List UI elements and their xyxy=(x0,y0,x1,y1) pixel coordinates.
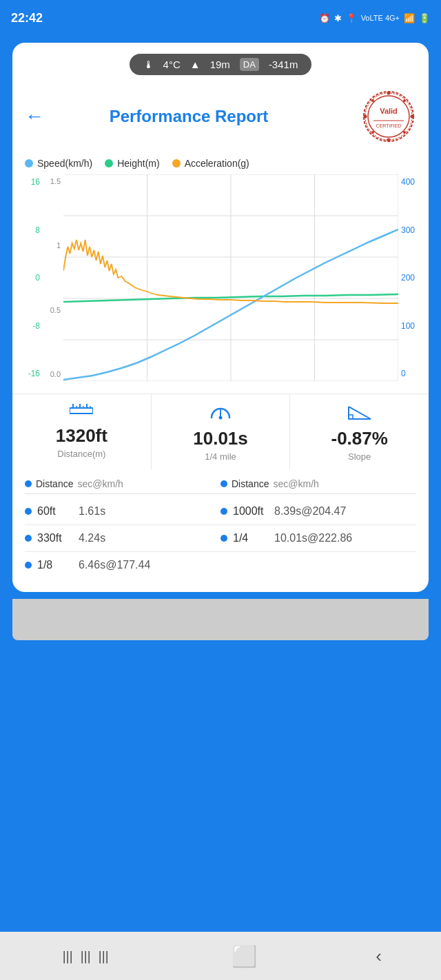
svg-rect-24 xyxy=(70,408,93,414)
weather-bar: 🌡 4°C ▲ 19m DA -341m xyxy=(12,43,429,82)
svg-line-35 xyxy=(349,407,371,419)
chart-legend: Speed(km/h) Height(m) Acceleration(g) xyxy=(12,155,429,174)
svg-point-13 xyxy=(371,131,374,134)
row1-dist1: 60ft xyxy=(37,505,73,518)
stat-quarter-mile: 10.01s 1/4 mile xyxy=(152,394,291,470)
svg-point-1 xyxy=(368,96,409,137)
nav-spacer xyxy=(0,640,441,695)
svg-point-7 xyxy=(387,139,391,142)
bottom-tab xyxy=(12,599,429,640)
svg-point-9 xyxy=(411,115,414,119)
temperature-value: 4°C xyxy=(163,59,181,70)
mountain-icon: ▲ xyxy=(190,59,201,70)
y-left-neg8: -8 xyxy=(32,321,40,331)
accel-label: Acceleration(g) xyxy=(185,158,249,169)
da-value: -341m xyxy=(269,59,298,70)
slope-value: -0.87% xyxy=(331,429,387,449)
chart-svg xyxy=(63,174,398,381)
quarter-mile-value: 10.01s xyxy=(193,429,248,449)
back-button[interactable]: ← xyxy=(25,105,44,127)
ruler-icon xyxy=(70,404,93,422)
chart-svg-area xyxy=(63,174,398,381)
bluetooth-icon: ✱ xyxy=(334,13,342,23)
height-dot xyxy=(105,159,113,167)
col1-label: Distance xyxy=(36,478,73,489)
nav-bar: ⫼⫼⫼ ⬜ ‹ xyxy=(0,932,441,980)
y-left2-05: 0.5 xyxy=(50,306,61,314)
col2-sublabel: sec@km/h xyxy=(273,478,318,489)
y-left-8: 8 xyxy=(35,225,40,235)
elevation-value: 19m xyxy=(210,59,230,70)
weather-pill: 🌡 4°C ▲ 19m DA -341m xyxy=(130,54,312,75)
row2-col1: 330ft 4.24s xyxy=(25,532,220,544)
col2-dot xyxy=(220,480,227,487)
svg-point-12 xyxy=(403,99,406,102)
col1-sublabel: sec@km/h xyxy=(77,478,123,489)
thermometer-icon: 🌡 xyxy=(143,59,154,70)
speed-label: Speed(km/h) xyxy=(37,158,92,169)
nav-home-button[interactable]: ⬜ xyxy=(232,944,257,968)
row1-val2: 8.39s@204.47 xyxy=(274,505,346,518)
table-row: 1/8 6.46s@177.44 xyxy=(25,552,416,578)
y-left2-00: 0.0 xyxy=(50,370,61,378)
quarter-mile-label: 1/4 mile xyxy=(205,451,236,462)
main-card: 🌡 4°C ▲ 19m DA -341m ← Performance Repor… xyxy=(12,43,429,592)
accel-dot xyxy=(172,159,181,167)
row1-col2: 1000ft 8.39s@204.47 xyxy=(220,505,416,518)
svg-point-10 xyxy=(371,99,374,102)
row3-dist1: 1/8 xyxy=(37,559,73,571)
y-left2-1: 1 xyxy=(57,241,61,249)
col2-label: Distance xyxy=(232,478,269,489)
chart-y-right: 400 300 200 100 0 xyxy=(398,174,423,381)
location-icon: 📍 xyxy=(346,13,357,23)
legend-height: Height(m) xyxy=(105,158,159,169)
legend-speed: Speed(km/h) xyxy=(25,158,92,169)
row1-col1: 60ft 1.61s xyxy=(25,505,220,518)
page-title: Performance Report xyxy=(51,107,327,126)
svg-point-0 xyxy=(364,92,413,141)
y-left-neg16: -16 xyxy=(28,369,40,378)
y-right-300: 300 xyxy=(401,225,415,235)
row1-val1: 1.61s xyxy=(79,505,105,518)
row2-col2: 1/4 10.01s@222.86 xyxy=(220,532,416,544)
nav-back-button[interactable]: ‹ xyxy=(376,946,382,967)
row2-dot2 xyxy=(220,535,227,542)
table-divider-header xyxy=(25,493,416,494)
chart-wrapper: 16 8 0 -8 -16 1.5 1 0.5 0.0 400 300 200 … xyxy=(12,174,429,381)
col1-header: Distance sec@km/h xyxy=(25,478,220,489)
distance-label: Distance(m) xyxy=(57,449,105,459)
stat-distance: 1320ft Distance(m) xyxy=(12,394,152,470)
speedometer-icon xyxy=(209,404,232,425)
row3-dot1 xyxy=(25,562,32,569)
status-time: 22:42 xyxy=(11,11,43,25)
slope-icon xyxy=(347,404,372,425)
nav-menu-button[interactable]: ⫼⫼⫼ xyxy=(59,946,113,967)
col2-header: Distance sec@km/h xyxy=(220,478,416,489)
row1-dot2 xyxy=(220,508,227,515)
row3-val1: 6.46s@177.44 xyxy=(79,559,150,571)
alarm-icon: ⏰ xyxy=(319,13,330,23)
chart-y-left2: 1.5 1 0.5 0.0 xyxy=(43,174,63,381)
row3-col2 xyxy=(220,559,416,571)
svg-point-11 xyxy=(403,131,406,134)
row2-dist2: 1/4 xyxy=(233,532,269,544)
row2-val1: 4.24s xyxy=(79,532,105,544)
svg-text:Valid: Valid xyxy=(380,107,398,115)
performance-table: Distance sec@km/h Distance sec@km/h 60ft… xyxy=(12,470,429,578)
table-header: Distance sec@km/h Distance sec@km/h xyxy=(25,478,416,489)
header: ← Performance Report Valid CERTIFIED xyxy=(12,82,429,155)
legend-acceleration: Acceleration(g) xyxy=(172,158,249,169)
chart-container: 16 8 0 -8 -16 1.5 1 0.5 0.0 400 300 200 … xyxy=(18,174,423,381)
height-label: Height(m) xyxy=(117,158,159,169)
battery-icon: 🔋 xyxy=(419,13,430,23)
y-right-100: 100 xyxy=(401,321,415,331)
y-left-0: 0 xyxy=(35,273,40,283)
chart-y-left: 16 8 0 -8 -16 xyxy=(18,174,43,381)
status-icons: ⏰ ✱ 📍 VoLTE 4G+ 📶 🔋 xyxy=(319,13,430,23)
row1-dist2: 1000ft xyxy=(233,505,269,518)
slope-label: Slope xyxy=(348,451,371,462)
signal-text: VoLTE 4G+ xyxy=(361,14,400,22)
distance-value: 1320ft xyxy=(56,426,107,446)
y-right-400: 400 xyxy=(401,177,415,187)
svg-point-6 xyxy=(387,92,391,95)
